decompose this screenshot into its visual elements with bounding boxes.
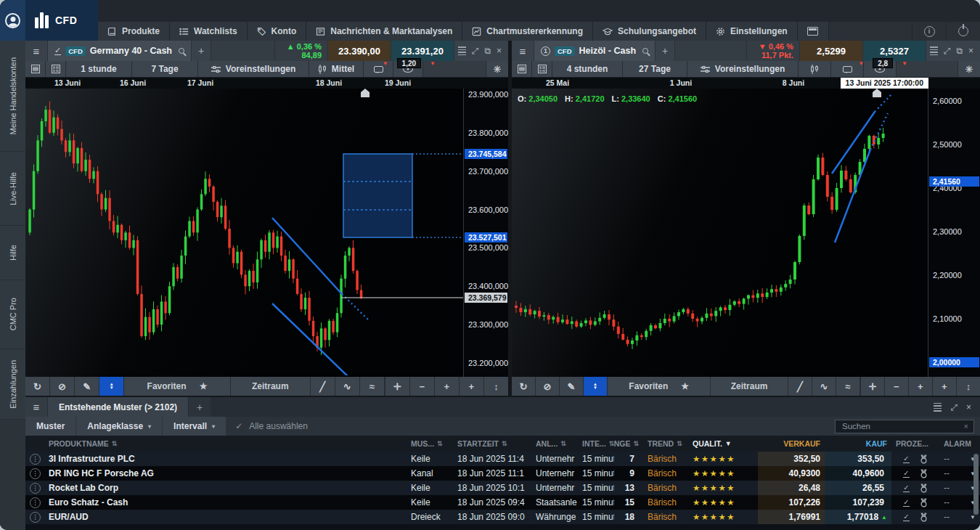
nav-watchlists[interactable]: Watchlists <box>170 22 247 41</box>
close-icon[interactable]: × <box>497 46 502 55</box>
sidebar-item-einzahlungen[interactable]: Einzahlungen <box>0 349 25 419</box>
table-row[interactable]: ⋮ EUR/AUD Dreieck 18 Jun 2025 09:0 Währu… <box>25 510 980 524</box>
buy-price[interactable]: 1,77018▲ <box>825 510 891 524</box>
nav-nachrichten[interactable]: Nachrichten & Marktanalysen <box>306 22 462 41</box>
refresh-button[interactable]: ↻ <box>25 377 49 396</box>
drag-handle-icon[interactable] <box>930 46 938 55</box>
table-row[interactable]: ⋮ Rocket Lab Corp Keile 18 Jun 2025 10:1… <box>25 481 980 495</box>
col-qualitaet[interactable]: QUALIT.▼ <box>688 439 758 448</box>
medal-icon[interactable] <box>920 469 928 478</box>
interval-button[interactable]: 4 stunden <box>552 61 622 77</box>
clear-drawings-button[interactable]: ⊘ <box>536 377 559 396</box>
chart-plot-area[interactable]: O: 2,34050H: 2,41720L: 2,33640C: 2,41560 <box>512 89 928 377</box>
candle-style-button[interactable] <box>799 61 830 77</box>
close-icon[interactable]: × <box>968 46 973 55</box>
col-prozesse[interactable]: PROZE... <box>891 439 939 448</box>
medal-icon[interactable] <box>920 484 928 493</box>
sort-updown-button[interactable]: ▲▼ <box>584 377 607 396</box>
buy-price[interactable]: 107,239 <box>825 495 891 510</box>
search-icon[interactable] <box>642 48 648 54</box>
tab-entstehende-muster[interactable]: Entstehende Muster (> 2102) <box>48 397 188 417</box>
grid-layout-button[interactable] <box>46 61 65 77</box>
zeitraum-button[interactable]: Zeitraum <box>711 377 787 396</box>
expand-icon[interactable]: ⤢ <box>950 403 957 412</box>
info-button[interactable]: i <box>912 22 946 41</box>
medal-icon[interactable] <box>920 454 928 464</box>
col-produktname[interactable]: PRODUKTNAME⇅ <box>44 439 407 448</box>
zeitraum-button[interactable]: Zeitraum <box>231 377 310 396</box>
presets-button[interactable]: Voreinstellungen <box>687 61 798 77</box>
wave-tool-button[interactable]: ∿ <box>812 377 836 396</box>
fit-button[interactable]: + <box>460 377 483 396</box>
col-kauf[interactable]: KAUF <box>825 439 891 448</box>
chart-menu-button[interactable]: ≡ <box>25 41 47 61</box>
mid-price-button[interactable]: Mittel <box>309 61 363 77</box>
wave-tool-button[interactable]: ∿ <box>335 377 359 396</box>
row-menu-icon[interactable]: ⋮ <box>30 483 41 494</box>
nav-konto[interactable]: Konto <box>248 22 306 41</box>
col-trend[interactable]: TREND⇅ <box>643 439 688 448</box>
pattern-tool-button[interactable]: ≈ <box>360 377 384 396</box>
col-muster[interactable]: MUS...⇅ <box>407 439 453 448</box>
row-menu-icon[interactable]: ⋮ <box>30 454 41 465</box>
chart-type-button[interactable] <box>25 61 45 77</box>
open-chart-icon[interactable]: ✓ <box>903 499 909 507</box>
anlageklasse-dropdown[interactable]: Anlageklasse▾ <box>76 417 162 436</box>
drag-handle-icon[interactable] <box>458 46 466 55</box>
col-startzeit[interactable]: STARTZEIT⇅ <box>453 439 531 448</box>
date-axis[interactable]: 13 Juni 2025 17:00:00 25 Mai1 Juni8 Juni <box>512 77 980 89</box>
nav-schulungsangebot[interactable]: Schulungsangebot <box>593 22 706 41</box>
col-verkauf[interactable]: VERKAUF <box>758 439 825 448</box>
grid-layout-button[interactable] <box>532 61 552 77</box>
expand-icon[interactable]: ⤢ <box>944 46 951 55</box>
add-tab-button[interactable]: + <box>189 397 211 417</box>
draw-button[interactable]: ✎ <box>75 377 99 396</box>
chart-menu-button[interactable]: ≡ <box>512 41 534 61</box>
intervall-dropdown[interactable]: Intervall▾ <box>163 417 226 436</box>
row-menu-icon[interactable]: ⋮ <box>30 468 41 479</box>
open-chart-icon[interactable]: ✓ <box>903 513 909 521</box>
refresh-button[interactable]: ↻ <box>512 377 535 396</box>
clear-drawings-button[interactable]: ⊘ <box>50 377 74 396</box>
panel-menu-button[interactable]: ≡ <box>25 397 47 417</box>
col-laenge[interactable]: LÄNGE⇅ <box>614 439 643 448</box>
sell-price[interactable]: 1,76991 <box>758 510 825 524</box>
open-chart-icon[interactable]: ✓ <box>903 455 909 463</box>
open-chart-icon[interactable]: ✓ <box>903 470 909 478</box>
medal-icon[interactable] <box>920 498 928 507</box>
vertical-fit-button[interactable]: ↕ <box>484 377 508 396</box>
clear-search-icon[interactable]: × <box>964 422 968 431</box>
favoriten-button[interactable]: Favoriten★ <box>608 377 710 396</box>
col-anlageklasse[interactable]: ANL...⇅ <box>531 439 578 448</box>
pan-button[interactable]: ✛ <box>861 377 884 396</box>
buy-price[interactable]: 40,9600 <box>825 466 891 481</box>
col-intervall[interactable]: INTE...⇅ <box>578 439 614 448</box>
logout-button[interactable] <box>947 22 980 41</box>
pan-button[interactable]: ✛ <box>385 377 409 396</box>
interval-button[interactable]: 1 stunde <box>66 61 131 77</box>
add-tab-button[interactable]: + <box>656 41 674 61</box>
table-row[interactable]: ⋮ DR ING HC F Porsche AG Kanal 18 Jun 20… <box>25 466 980 481</box>
popout-icon[interactable]: ⧉ <box>484 46 491 55</box>
buy-price[interactable]: 353,50 <box>825 452 891 466</box>
sell-price[interactable]: 107,226 <box>758 495 825 510</box>
drag-handle-icon[interactable] <box>934 403 942 412</box>
chart-plot-area[interactable] <box>25 89 463 377</box>
pattern-tool-button[interactable]: ≈ <box>836 377 859 396</box>
table-row[interactable]: ⋮ 3I Infrastructure PLC Keile 18 Jun 202… <box>25 452 980 466</box>
presets-button[interactable]: Voreinstellungen <box>198 61 309 77</box>
zoom-in-button[interactable]: + <box>909 377 932 396</box>
table-row[interactable]: ⋮ Euro Schatz - Cash Keile 18 Jun 2025 0… <box>25 495 980 510</box>
sell-price[interactable]: 40,9300 <box>758 466 825 481</box>
sell-price[interactable]: 352,50 <box>758 452 825 466</box>
instrument-tab[interactable]: ✓ CFD Germany 40 - Cash <box>48 41 191 61</box>
nav-chartmustererkennung[interactable]: Chartmustererkennung <box>462 22 592 41</box>
period-button[interactable]: 27 Tage <box>623 61 687 77</box>
price-axis[interactable]: 23.900,00023.800,00023.700,00023.600,000… <box>463 89 508 377</box>
sell-price[interactable]: 26,48 <box>758 481 825 495</box>
row-menu-icon[interactable]: ⋮ <box>30 497 41 508</box>
trendline-tool-button[interactable]: ╱ <box>311 377 335 396</box>
nav-einstellungen[interactable]: Einstellungen <box>706 22 797 41</box>
sidebar-item-cmc-pro[interactable]: CMC Pro <box>0 280 25 348</box>
search-box[interactable]: × <box>835 420 974 433</box>
